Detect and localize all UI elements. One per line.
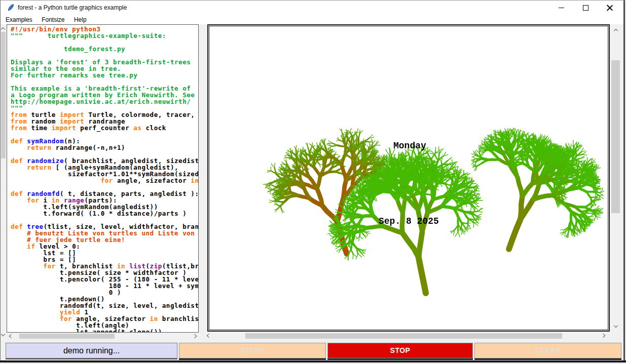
code-line: """ turtlegraphics-example-suite: [11,32,198,39]
turtle-canvas-area: Monday Sep. 8 2025 [209,26,608,330]
editor-vertical-scrollbar[interactable] [1,25,6,340]
titlebar: forest - a Python turtle graphics exampl… [1,1,623,15]
menu-fontsize[interactable]: Fontsize [40,16,66,23]
tk-feather-icon [7,4,15,12]
menu-help[interactable]: Help [72,16,88,23]
maximize-button[interactable] [574,1,597,15]
turtle-canvas-frame: Monday Sep. 8 2025 [207,24,610,332]
scrollbar-thumb[interactable] [245,333,562,339]
scrollbar-thumb[interactable] [1,32,6,158]
chevron-up-icon[interactable] [614,29,618,33]
scrollbar-thumb[interactable] [19,334,115,339]
maximize-icon [583,5,588,11]
code-line: http://homepage.univie.ac.at/erich.neuwi… [11,98,198,105]
clear-button[interactable]: CLEAR [474,343,621,358]
chevron-right-icon[interactable] [601,334,605,338]
menu-examples[interactable]: Examples [4,16,34,23]
minimize-icon [559,8,564,8]
code-line: t.forward( (1.0 * distance)/parts ) [11,210,198,217]
chevron-down-icon[interactable] [614,323,618,328]
code-line: tdemo_forest.py [11,46,198,52]
close-icon [607,5,613,11]
code-editor-content: #!/usr/bin/env python3""" turtlegraphics… [7,25,198,333]
minimize-button[interactable] [549,1,573,15]
turtle-canvas [209,26,608,330]
stop-button[interactable]: STOP [327,343,473,358]
code-editor[interactable]: #!/usr/bin/env python3""" turtlegraphics… [7,24,199,333]
canvas-text-weekday: Monday [393,141,426,151]
chevron-down-icon[interactable] [1,332,5,336]
code-line: return randrange(-n,n+1) [11,144,198,151]
chevron-left-icon[interactable] [9,334,13,338]
chevron-left-icon[interactable] [207,334,211,338]
code-line: lst.append(t.clone()) [11,329,198,333]
chevron-up-icon[interactable] [1,27,5,31]
window-title: forest - a Python turtle graphics exampl… [18,4,127,11]
editor-horizontal-scrollbar[interactable] [7,333,199,340]
code-line: For further remarks see tree.py [11,72,198,78]
canvas-vertical-scrollbar[interactable] [610,25,621,332]
status-label: demo running... [6,343,177,358]
close-button[interactable] [598,1,621,15]
chevron-right-icon[interactable] [193,334,197,338]
app-window: forest - a Python turtle graphics exampl… [0,0,625,360]
scrollbar-thumb[interactable] [611,60,620,213]
menubar: Examples Fontsize Help [1,15,623,24]
canvas-horizontal-scrollbar[interactable] [204,332,609,340]
start-button[interactable]: START [179,343,326,358]
code-line: for angle, sizefactor in branchlist ] [11,177,198,184]
canvas-text-date: Sep. 8 2025 [379,216,439,226]
code-line: from time import perf_counter as clock [11,125,198,131]
